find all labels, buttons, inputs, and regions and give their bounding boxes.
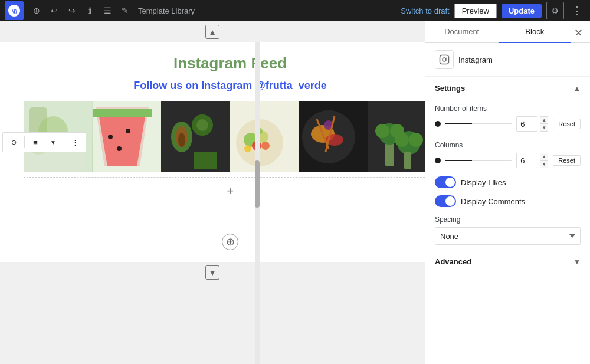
more-block-options-btn[interactable]: ⋮ bbox=[67, 134, 83, 150]
canvas-block: ⊙ ≡ ▼ ⋮ Instagram Feed Follow us on Inst… bbox=[0, 42, 425, 262]
items-slider-track[interactable] bbox=[445, 123, 512, 124]
more-options-button[interactable]: ⋮ bbox=[569, 2, 585, 19]
advanced-chevron-icon: ▼ bbox=[573, 258, 581, 266]
columns-slider-track[interactable] bbox=[445, 160, 512, 161]
canvas-bottom: ⊕ bbox=[0, 222, 425, 262]
spacing-row: Spacing None Small Medium Large bbox=[425, 211, 590, 250]
display-comments-knob bbox=[445, 196, 455, 206]
settings-chevron-icon: ▲ bbox=[573, 84, 581, 93]
redo-btn[interactable]: ↪ bbox=[64, 2, 80, 19]
display-likes-knob bbox=[445, 178, 455, 187]
instagram-subtitle: Follow us on Instagram @frutta_verde bbox=[24, 80, 425, 92]
svg-point-8 bbox=[108, 135, 113, 139]
sidebar: Document Block ✕ Instagram Settings ▲ Nu… bbox=[425, 21, 590, 364]
sidebar-tabs: Document Block ✕ bbox=[425, 21, 590, 43]
advanced-label: Advanced bbox=[435, 257, 471, 266]
settings-header[interactable]: Settings ▲ bbox=[425, 77, 590, 100]
svg-point-17 bbox=[196, 119, 208, 131]
tab-document[interactable]: Document bbox=[425, 21, 499, 43]
columns-spinner-down[interactable]: ▼ bbox=[540, 160, 548, 168]
svg-point-10 bbox=[117, 146, 122, 151]
svg-point-24 bbox=[261, 142, 270, 150]
toolbar-sep-2 bbox=[64, 136, 64, 148]
svg-rect-43 bbox=[440, 55, 449, 64]
number-of-items-row: Number of items ▲ ▼ Reset bbox=[425, 100, 590, 136]
display-comments-label: Display Comments bbox=[461, 197, 525, 206]
align-btn[interactable]: ≡ bbox=[27, 134, 44, 150]
instagram-image-6 bbox=[368, 101, 425, 172]
svg-point-44 bbox=[442, 58, 446, 61]
switch-draft-link[interactable]: Switch to draft bbox=[401, 6, 449, 15]
advanced-section: Advanced ▼ bbox=[425, 250, 590, 273]
columns-number-input[interactable] bbox=[516, 153, 537, 168]
instagram-block-icon bbox=[435, 50, 454, 69]
add-block-area[interactable]: + bbox=[24, 177, 425, 205]
list-view-btn[interactable]: ☰ bbox=[99, 2, 116, 19]
subtitle-text: Follow us on Instagram bbox=[133, 80, 255, 91]
spacing-label: Spacing bbox=[435, 215, 581, 224]
preview-button[interactable]: Preview bbox=[454, 4, 497, 18]
display-likes-row: Display Likes bbox=[425, 173, 590, 192]
info-btn[interactable]: ℹ bbox=[81, 2, 98, 19]
topbar: ⊕ ↩ ↪ ℹ ☰ ✎ Template Library Switch to d… bbox=[0, 0, 590, 21]
scroll-down-button[interactable]: ▼ bbox=[205, 265, 219, 280]
instagram-image-2 bbox=[93, 101, 162, 172]
add-block-topbar-btn[interactable]: ⊕ bbox=[28, 2, 45, 19]
block-type-btn[interactable]: ⊙ bbox=[5, 134, 22, 150]
items-slider-dot[interactable] bbox=[435, 121, 441, 127]
columns-control: ▲ ▼ Reset bbox=[435, 153, 581, 168]
svg-point-9 bbox=[126, 129, 130, 133]
svg-point-37 bbox=[375, 124, 389, 138]
items-spinner-down[interactable]: ▼ bbox=[540, 124, 548, 132]
add-block-button[interactable]: + bbox=[227, 185, 234, 198]
sidebar-close-button[interactable]: ✕ bbox=[571, 26, 585, 40]
block-label: Instagram bbox=[458, 55, 493, 64]
display-likes-label: Display Likes bbox=[461, 178, 506, 187]
instagram-image-4 bbox=[230, 101, 299, 172]
items-spinner-up[interactable]: ▲ bbox=[540, 116, 548, 124]
scroll-up-button[interactable]: ▲ bbox=[205, 25, 219, 39]
columns-slider-fill bbox=[445, 160, 472, 161]
display-likes-toggle[interactable] bbox=[435, 176, 456, 188]
svg-point-15 bbox=[178, 133, 185, 147]
columns-input-group: ▲ ▼ bbox=[516, 153, 548, 168]
items-number-input[interactable] bbox=[516, 116, 537, 132]
svg-rect-3 bbox=[24, 149, 83, 172]
add-section-button[interactable]: ⊕ bbox=[222, 234, 238, 250]
display-comments-row: Display Comments bbox=[425, 192, 590, 211]
canvas-area: ▲ ⊙ ≡ ▼ ⋮ Instagram Feed Follow us on In… bbox=[0, 21, 425, 364]
svg-point-40 bbox=[395, 133, 409, 147]
template-label: Template Library bbox=[138, 6, 195, 15]
columns-spinners: ▲ ▼ bbox=[540, 153, 548, 168]
instagram-image-3 bbox=[161, 101, 230, 172]
update-button[interactable]: Update bbox=[502, 4, 542, 18]
undo-btn[interactable]: ↩ bbox=[46, 2, 63, 19]
settings-gear-button[interactable]: ⚙ bbox=[546, 2, 564, 19]
align-dropdown-btn[interactable]: ▼ bbox=[45, 134, 61, 150]
columns-slider-dot[interactable] bbox=[435, 158, 441, 163]
settings-label: Settings bbox=[435, 84, 465, 93]
columns-spinner-up[interactable]: ▲ bbox=[540, 153, 548, 160]
number-of-items-label: Number of items bbox=[435, 104, 581, 113]
svg-point-41 bbox=[409, 133, 423, 147]
items-slider-fill bbox=[445, 123, 472, 124]
main-layout: ▲ ⊙ ≡ ▼ ⋮ Instagram Feed Follow us on In… bbox=[0, 21, 590, 364]
instagram-feed-title: Instagram Feed bbox=[24, 54, 425, 73]
subtitle-handle: @frutta_verde bbox=[255, 80, 327, 91]
wp-logo[interactable] bbox=[5, 1, 24, 20]
svg-rect-18 bbox=[194, 152, 217, 169]
scroll-down-area: ▼ bbox=[0, 262, 425, 283]
advanced-header[interactable]: Advanced ▼ bbox=[425, 250, 590, 273]
svg-point-25 bbox=[244, 145, 251, 152]
canvas-scrollbar-thumb[interactable] bbox=[255, 160, 260, 208]
toolbar-sep-1 bbox=[24, 136, 25, 148]
tab-block[interactable]: Block bbox=[499, 21, 572, 43]
display-comments-toggle[interactable] bbox=[435, 195, 456, 207]
items-reset-button[interactable]: Reset bbox=[553, 119, 581, 129]
number-of-items-control: ▲ ▼ Reset bbox=[435, 116, 581, 132]
edit-btn[interactable]: ✎ bbox=[117, 2, 133, 19]
columns-reset-button[interactable]: Reset bbox=[553, 155, 581, 166]
spacing-select[interactable]: None Small Medium Large bbox=[435, 227, 581, 245]
canvas-scrollbar-track bbox=[255, 42, 260, 364]
instagram-image-5 bbox=[299, 101, 368, 172]
